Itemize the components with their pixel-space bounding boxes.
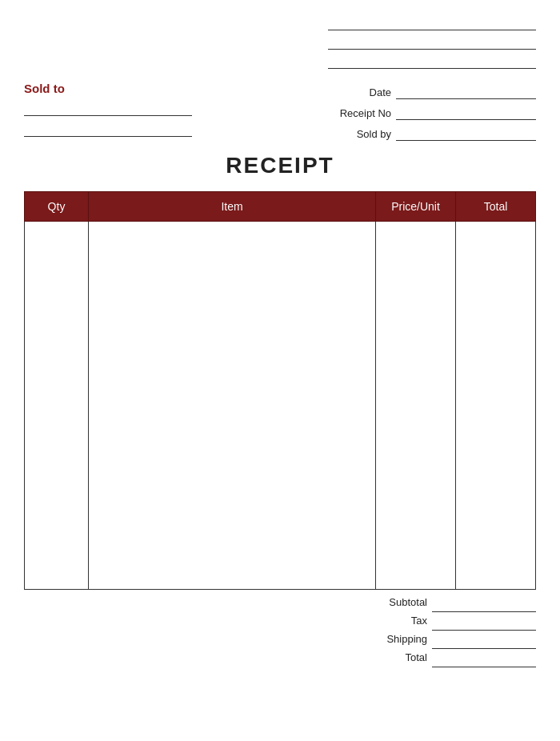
tax-label: Tax: [385, 611, 432, 630]
sold-to-line-2[interactable]: [24, 122, 192, 137]
date-label: Date: [370, 86, 391, 98]
receipt-page: Sold to Date Receipt No Sold by RECEIPT: [0, 0, 560, 741]
tax-row: Tax: [24, 611, 536, 630]
table-header-row: Qty Item Price/Unit Total: [25, 192, 536, 222]
summary-table: Subtotal Tax Shipping Total: [24, 593, 536, 667]
items-table: Qty Item Price/Unit Total: [24, 191, 536, 590]
top-line-2: [328, 35, 536, 50]
total-label: Total: [385, 648, 432, 667]
right-fields: Date Receipt No Sold by: [340, 85, 536, 141]
receipt-title: RECEIPT: [24, 153, 536, 178]
receipt-no-label: Receipt No: [340, 107, 391, 119]
spacer: [24, 593, 385, 611]
date-input[interactable]: [396, 85, 536, 99]
spacer: [24, 630, 385, 648]
receipt-no-input[interactable]: [396, 106, 536, 120]
shipping-value[interactable]: [432, 630, 536, 648]
sold-by-row: Sold by: [340, 126, 536, 141]
col-header-total: Total: [456, 192, 536, 222]
cell-item[interactable]: [89, 222, 376, 590]
subtotal-label: Subtotal: [385, 593, 432, 611]
sold-to-line-1[interactable]: [24, 102, 192, 116]
summary-section: Subtotal Tax Shipping Total: [24, 593, 536, 667]
top-line-3: [328, 54, 536, 69]
col-header-price: Price/Unit: [376, 192, 456, 222]
top-address-lines: [24, 16, 536, 74]
cell-total[interactable]: [456, 222, 536, 590]
spacer: [24, 611, 385, 630]
col-header-qty: Qty: [25, 192, 89, 222]
receipt-no-row: Receipt No: [340, 106, 536, 120]
shipping-row: Shipping: [24, 630, 536, 648]
subtotal-value[interactable]: [432, 593, 536, 611]
top-line-1: [328, 16, 536, 30]
header-section: Sold to Date Receipt No Sold by: [24, 82, 536, 143]
table-row: [25, 222, 536, 590]
date-row: Date: [340, 85, 536, 99]
total-row: Total: [24, 648, 536, 667]
col-header-item: Item: [89, 192, 376, 222]
cell-price[interactable]: [376, 222, 456, 590]
sold-to-block: Sold to: [24, 82, 192, 143]
sold-by-label: Sold by: [357, 128, 391, 140]
spacer: [24, 648, 385, 667]
total-value[interactable]: [432, 648, 536, 667]
tax-value[interactable]: [432, 611, 536, 630]
shipping-label: Shipping: [385, 630, 432, 648]
subtotal-row: Subtotal: [24, 593, 536, 611]
sold-to-label: Sold to: [24, 82, 192, 95]
sold-by-input[interactable]: [396, 126, 536, 141]
cell-qty[interactable]: [25, 222, 89, 590]
